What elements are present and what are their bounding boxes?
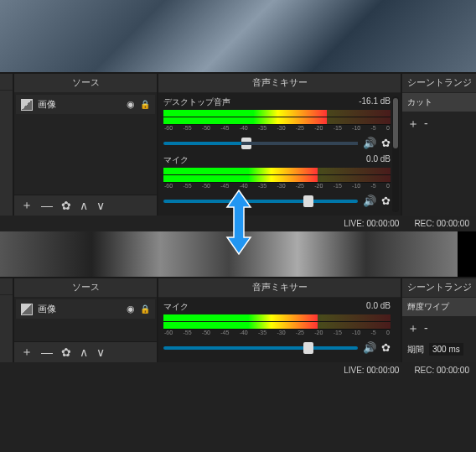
track-name: マイク	[163, 154, 189, 166]
visibility-icon[interactable]: ◉	[127, 304, 135, 314]
live-time: 00:00:00	[366, 366, 399, 375]
transition-select[interactable]: 輝度ワイプ	[402, 298, 476, 316]
mixer-track-mic: マイク 0.0 dB -60-55-50-45-40-35-30-25-20-1…	[163, 301, 391, 354]
add-source-button[interactable]: ＋	[21, 345, 33, 360]
live-label: LIVE:	[344, 219, 364, 228]
mixer-track-mic: マイク 0.0 dB -60-55-50-45-40-35-30-25-20-1…	[163, 154, 391, 207]
rec-label: REC:	[414, 366, 434, 375]
rec-time: 00:00:00	[437, 366, 469, 375]
source-settings-button[interactable]: ✿	[61, 199, 71, 212]
source-settings-button[interactable]: ✿	[61, 345, 71, 359]
status-bar: LIVE: 00:00:00 REC: 00:00:00	[0, 216, 476, 231]
speaker-icon[interactable]: 🔊	[363, 195, 376, 207]
remove-source-button[interactable]: —	[41, 345, 53, 359]
track-name: デスクトップ音声	[163, 96, 230, 108]
preview-strip	[0, 231, 476, 277]
preview-top	[0, 0, 476, 72]
image-icon	[21, 99, 33, 111]
sources-title: ソース	[14, 74, 157, 93]
speaker-icon[interactable]: 🔊	[363, 137, 376, 149]
mixer-panel: 音声ミキサー デスクトップ音声 -16.1 dB -60-55-50-45-40…	[158, 74, 401, 216]
image-icon	[21, 304, 33, 315]
volume-slider[interactable]	[163, 142, 358, 145]
transitions-panel: シーントランジ カット ＋ -	[402, 74, 476, 216]
transitions-panel: シーントランジ 輝度ワイプ ＋ - 期間 300 ms	[402, 278, 476, 362]
volume-slider[interactable]	[163, 200, 358, 203]
mixer-panel: 音声ミキサー マイク 0.0 dB -60-55-50-45-40-35-30-…	[158, 278, 401, 362]
panels-bottom: ソース 画像 ◉ 🔒 ＋ — ✿ ∧ ∨ 音声ミキサー マイク 0.0 dB	[0, 277, 476, 362]
move-down-button[interactable]: ∨	[96, 199, 105, 212]
speaker-icon[interactable]: 🔊	[363, 341, 376, 354]
add-transition-button[interactable]: ＋	[407, 321, 419, 336]
transitions-title: シーントランジ	[402, 278, 476, 298]
remove-transition-button[interactable]: -	[424, 321, 428, 336]
move-up-button[interactable]: ∧	[80, 199, 88, 212]
transitions-title: シーントランジ	[402, 74, 476, 93]
remove-source-button[interactable]: —	[41, 199, 53, 212]
mixer-scrollbar[interactable]	[392, 96, 399, 212]
status-bar: LIVE: 00:00:00 REC: 00:00:00	[0, 362, 476, 378]
move-down-button[interactable]: ∨	[96, 345, 105, 359]
panels-top: ソース 画像 ◉ 🔒 ＋ — ✿ ∧ ∨ 音声ミキサー デスクトップ音声 -16…	[0, 72, 476, 216]
mixer-title: 音声ミキサー	[158, 74, 401, 93]
sources-toolbar: ＋ — ✿ ∧ ∨	[14, 195, 157, 216]
volume-slider[interactable]	[163, 346, 358, 350]
gear-icon[interactable]: ✿	[381, 137, 391, 149]
track-db: 0.0 dB	[366, 301, 391, 313]
track-name: マイク	[163, 301, 189, 313]
source-label: 画像	[38, 303, 122, 315]
live-label: LIVE:	[344, 366, 364, 375]
level-meter: -60-55-50-45-40-35-30-25-20-15-10-50	[163, 314, 391, 330]
rec-time: 00:00:00	[437, 219, 469, 228]
source-item[interactable]: 画像 ◉ 🔒	[16, 299, 155, 319]
mixer-title: 音声ミキサー	[158, 278, 401, 298]
track-db: 0.0 dB	[366, 154, 391, 166]
panel-edge-left	[0, 278, 13, 362]
add-transition-button[interactable]: ＋	[407, 117, 419, 132]
sources-title: ソース	[14, 278, 157, 298]
panel-edge-left	[0, 74, 13, 216]
level-meter: -60-55-50-45-40-35-30-25-20-15-10-50	[163, 110, 391, 125]
duration-label: 期間	[407, 344, 424, 356]
move-up-button[interactable]: ∧	[80, 345, 88, 359]
track-db: -16.1 dB	[359, 96, 391, 108]
gear-icon[interactable]: ✿	[381, 341, 391, 354]
add-source-button[interactable]: ＋	[21, 198, 33, 213]
gear-icon[interactable]: ✿	[381, 195, 391, 207]
source-label: 画像	[38, 98, 122, 111]
duration-value[interactable]: 300 ms	[429, 343, 463, 356]
sources-panel: ソース 画像 ◉ 🔒 ＋ — ✿ ∧ ∨	[14, 278, 157, 362]
source-item[interactable]: 画像 ◉ 🔒	[16, 95, 155, 114]
rec-label: REC:	[414, 219, 434, 228]
visibility-icon[interactable]: ◉	[127, 99, 135, 110]
lock-icon[interactable]: 🔒	[140, 304, 150, 314]
mixer-track-desktop: デスクトップ音声 -16.1 dB -60-55-50-45-40-35-30-…	[163, 96, 391, 149]
remove-transition-button[interactable]: -	[424, 117, 428, 132]
transition-select[interactable]: カット	[402, 93, 476, 112]
lock-icon[interactable]: 🔒	[140, 100, 150, 109]
level-meter: -60-55-50-45-40-35-30-25-20-15-10-50	[163, 168, 391, 183]
sources-toolbar: ＋ — ✿ ∧ ∨	[14, 341, 157, 362]
sources-panel: ソース 画像 ◉ 🔒 ＋ — ✿ ∧ ∨	[14, 74, 157, 216]
live-time: 00:00:00	[366, 219, 399, 228]
